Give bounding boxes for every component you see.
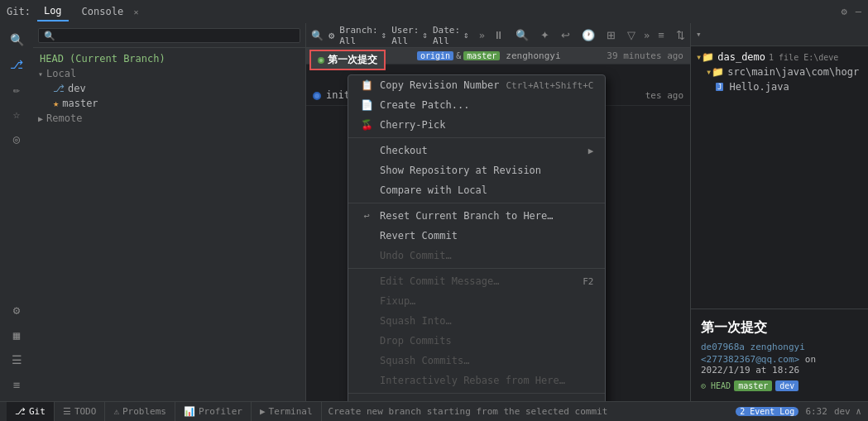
ctx-copy-revision[interactable]: 📋 Copy Revision Number Ctrl+Alt+Shift+C <box>348 75 605 95</box>
git-panel-toolbar <box>33 23 305 48</box>
folder-icon: ▾📁 <box>706 66 724 78</box>
sidebar-icon-settings[interactable]: ⚙ <box>3 299 30 322</box>
tab-log[interactable]: Log <box>37 2 69 22</box>
local-arrow-icon: ▾ <box>38 69 43 79</box>
title-bar: Git: Log Console ✕ ⚙ — <box>0 0 868 23</box>
todo-tab-icon: ☰ <box>63 406 71 417</box>
star-icon: ★ <box>53 98 59 109</box>
filter-btn[interactable]: ▽ <box>624 27 639 43</box>
problems-tab-icon: ⚠ <box>113 406 119 417</box>
branch-dev[interactable]: ⎇ dev <box>33 81 305 96</box>
title-bar-icons: ⚙ — <box>842 6 861 17</box>
sidebar-icon-circle[interactable]: ◎ <box>3 127 30 151</box>
more-icon2[interactable]: » <box>644 30 650 41</box>
commit-dot-0 <box>318 57 324 64</box>
folder-open-icon: ▾📁 <box>696 51 714 63</box>
settings-icon[interactable]: ⚙ <box>842 6 847 17</box>
branch-icon: ⎇ <box>53 83 65 94</box>
tab-terminal[interactable]: ▶ Terminal <box>252 402 322 421</box>
cherry-icon: 🍒 <box>360 119 373 131</box>
undo-btn[interactable]: ↩ <box>558 27 573 43</box>
branch-master[interactable]: ★ master <box>33 96 305 111</box>
commit-time-0: 39 minutes ago <box>607 50 690 61</box>
branch-search-input[interactable] <box>38 28 300 43</box>
sidebar-icon-search[interactable]: 🔍 <box>3 28 30 51</box>
tab-profiler[interactable]: 📊 Profiler <box>175 402 252 421</box>
sidebar-icon-lines[interactable]: ☰ <box>3 348 30 371</box>
ctx-checkout[interactable]: Checkout ▶ <box>348 141 605 160</box>
tab-git[interactable]: ⎇ Git <box>7 402 55 421</box>
right-panel-tree: ▾📁 das_demo 1 file E:\deve ▾📁 src\main\j… <box>691 46 868 309</box>
commit-detail-author: <277382367@qq.com> on 2022/1/19 at 18:26 <box>701 354 858 376</box>
commit-row-0[interactable]: 第一次提交 origin & master zenghongyi 39 minu… <box>306 48 690 65</box>
tree-das-demo[interactable]: ▾📁 das_demo 1 file E:\deve <box>691 50 868 65</box>
user-filter[interactable]: User: All ⇕ <box>391 25 428 46</box>
tab-todo[interactable]: ☰ TODO <box>55 402 106 421</box>
more-icon[interactable]: » <box>479 30 485 41</box>
separator-3 <box>348 268 605 269</box>
sidebar-icon-lines2[interactable]: ≡ <box>3 373 30 396</box>
status-branch[interactable]: dev ∧ <box>834 406 861 417</box>
close-console-icon[interactable]: ✕ <box>133 7 138 17</box>
tree-hello-java[interactable]: J Hello.java <box>691 79 868 94</box>
highlight-btn[interactable]: ✦ <box>537 27 553 43</box>
main-area: 🔍 ⎇ ✏ ☆ ◎ ⚙ ▦ ☰ ≡ HEAD (Current Branch) … <box>0 23 868 401</box>
sort-btn[interactable]: ⇅ <box>673 27 688 43</box>
commit-log[interactable]: 第一次提交 origin & master zenghongyi 39 minu… <box>306 48 690 401</box>
ctx-squash-into: Squash Into… <box>348 311 605 331</box>
sidebar-icon-edit[interactable]: ✏ <box>3 78 30 101</box>
master-badge: master <box>734 380 772 391</box>
sidebar-icon-git[interactable]: ⎇ <box>3 53 30 76</box>
head-branch-item[interactable]: HEAD (Current Branch) <box>33 51 305 66</box>
head-badge: ⊙ HEAD <box>701 381 731 390</box>
date-filter-arrow: ⇕ <box>463 30 469 41</box>
user-filter-arrow: ⇕ <box>422 30 428 41</box>
ctx-revert-commit[interactable]: Revert Commit <box>348 226 605 246</box>
search-btn[interactable]: 🔍 <box>512 27 532 43</box>
minimize-icon[interactable]: — <box>856 6 861 17</box>
app-brand: Git: <box>7 6 31 17</box>
ctx-create-patch[interactable]: 📄 Create Patch... <box>348 95 605 115</box>
history-btn[interactable]: 🕐 <box>578 27 598 43</box>
local-section[interactable]: ▾ Local <box>33 66 305 81</box>
ctx-reset-branch[interactable]: ↩ Reset Current Branch to Here… <box>348 206 605 226</box>
context-menu[interactable]: 📋 Copy Revision Number Ctrl+Alt+Shift+C … <box>348 74 606 401</box>
commit-detail-hash: de07968a zenghongyi <box>701 342 858 352</box>
commit-detail: 第一次提交 de07968a zenghongyi <277382367@qq.… <box>691 309 868 401</box>
dev-badge: dev <box>775 380 798 391</box>
pause-btn[interactable]: ⏸ <box>490 27 507 43</box>
event-log-badge[interactable]: 2 Event Log <box>736 406 798 417</box>
log-toolbar: 🔍 ⚙ Branch: All ⇕ User: All ⇕ Date: All … <box>306 23 690 48</box>
copy-icon: 📋 <box>360 79 373 91</box>
remote-section[interactable]: ▶ Remote <box>33 111 305 126</box>
settings-log-icon[interactable]: ⚙ <box>328 30 334 41</box>
date-filter[interactable]: Date: All ⇕ <box>433 25 469 46</box>
align-right-btn[interactable]: ≡ <box>655 27 668 43</box>
tab-console[interactable]: Console ✕ <box>75 2 146 21</box>
ctx-drop-commits: Drop Commits <box>348 331 605 351</box>
graph-btn[interactable]: ⊞ <box>603 27 619 43</box>
head-label: HEAD (Current Branch) <box>40 53 165 65</box>
sidebar-icon-star[interactable]: ☆ <box>3 103 30 126</box>
terminal-tab-icon: ▶ <box>260 406 266 417</box>
ctx-edit-message: Edit Commit Message… F2 <box>348 271 605 291</box>
commit-dot-1 <box>313 92 321 100</box>
ctx-show-repository[interactable]: Show Repository at Revision <box>348 160 605 180</box>
commit-detail-title: 第一次提交 <box>701 319 858 337</box>
separator-4 <box>348 393 605 394</box>
branch-filter[interactable]: Branch: All ⇕ <box>339 25 386 46</box>
status-tabs: ⎇ Git ☰ TODO ⚠ Problems 📊 Profiler ▶ Ter… <box>7 402 322 421</box>
ctx-fixup: Fixup… <box>348 291 605 311</box>
ctx-cherry-pick[interactable]: 🍒 Cherry-Pick <box>348 115 605 135</box>
tab-problems[interactable]: ⚠ Problems <box>105 402 175 421</box>
separator-2 <box>348 203 605 203</box>
ctx-branch-master[interactable]: Branch 'master' ▶ <box>348 396 605 401</box>
git-panel: HEAD (Current Branch) ▾ Local ⎇ dev ★ ma… <box>33 23 306 401</box>
right-panel: ▾ ▾📁 das_demo 1 file E:\deve ▾📁 src\main… <box>690 23 868 401</box>
remote-arrow-icon: ▶ <box>38 114 43 123</box>
right-panel-more: ▾ <box>696 29 702 40</box>
ctx-compare-local[interactable]: Compare with Local <box>348 180 605 200</box>
tree-src-folder[interactable]: ▾📁 src\main\java\com\hogr <box>691 65 868 79</box>
sidebar-icon-layout[interactable]: ▦ <box>3 323 30 347</box>
separator-1 <box>348 137 605 138</box>
